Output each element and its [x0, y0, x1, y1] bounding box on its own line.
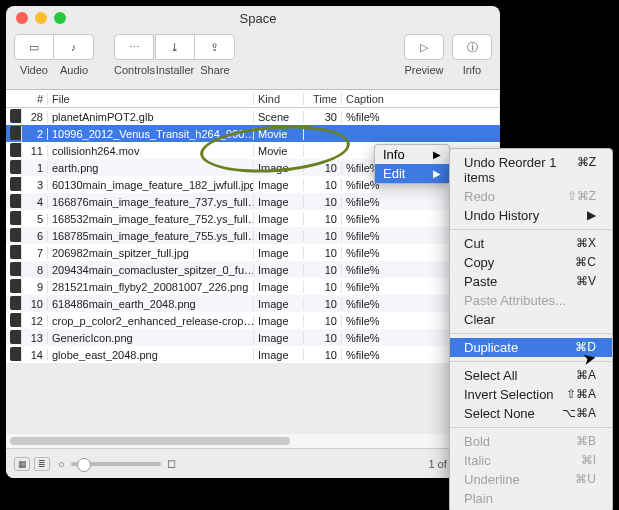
popover-info[interactable]: Info▶: [375, 145, 449, 164]
cell-file: 206982main_spitzer_full.jpg: [48, 247, 254, 259]
menu-label: Select All: [464, 368, 517, 383]
menu-label: Copy: [464, 255, 494, 270]
menu-item[interactable]: Copy⌘C: [450, 253, 612, 272]
cell-time: 10: [304, 315, 342, 327]
cell-time: 10: [304, 332, 342, 344]
cell-time: 30: [304, 111, 342, 123]
cell-file: earth.png: [48, 162, 254, 174]
cell-kind: Movie: [254, 145, 304, 157]
cell-kind: Image: [254, 247, 304, 259]
audio-button[interactable]: ♪Audio: [54, 34, 94, 76]
cell-file: collisionh264.mov: [48, 145, 254, 157]
table-row[interactable]: 6168785main_image_feature_755.ys_full…Im…: [6, 227, 500, 244]
cell-time: 10: [304, 281, 342, 293]
cell-num: 2: [22, 128, 48, 140]
col-num[interactable]: #: [22, 93, 48, 105]
cell-num: 4: [22, 196, 48, 208]
cell-file: 618486main_earth_2048.png: [48, 298, 254, 310]
cell-kind: Image: [254, 349, 304, 361]
table-row[interactable]: 5168532main_image_feature_752.ys_full…Im…: [6, 210, 500, 227]
menu-item[interactable]: Invert Selection⇧⌘A: [450, 385, 612, 404]
col-file[interactable]: File: [48, 93, 254, 105]
menu-item: Redo⇧⌘Z: [450, 187, 612, 206]
col-time[interactable]: Time: [304, 93, 342, 105]
cell-kind: Scene: [254, 111, 304, 123]
cell-time: 10: [304, 213, 342, 225]
thumbnail-icon: [10, 279, 22, 293]
menu-item[interactable]: Undo History▶: [450, 206, 612, 225]
menu-shortcut: ⌘C: [575, 255, 596, 270]
table-row[interactable]: 10618486main_earth_2048.pngImage10%file%: [6, 295, 500, 312]
cell-kind: Movie: [254, 128, 304, 140]
table-row[interactable]: 4166876main_image_feature_737.ys_full…Im…: [6, 193, 500, 210]
table-row[interactable]: 9281521main_flyby2_20081007_226.pngImage…: [6, 278, 500, 295]
cell-time: 10: [304, 230, 342, 242]
table-row[interactable]: 13GenericIcon.pngImage10%file%: [6, 329, 500, 346]
chevron-right-icon: ▶: [433, 168, 441, 179]
slider-min-icon: ○: [58, 458, 65, 470]
menu-shortcut: ⌘Z: [577, 155, 596, 185]
table-row[interactable]: 210996_2012_Venus_Transit_h264_960…Movie: [6, 125, 500, 142]
grid-view-icon[interactable]: ▦: [14, 457, 30, 471]
cell-num: 28: [22, 111, 48, 123]
cell-time: 10: [304, 264, 342, 276]
thumbnail-icon: [10, 160, 22, 174]
cell-kind: Image: [254, 230, 304, 242]
list-view-icon[interactable]: ≣: [34, 457, 50, 471]
cell-file: planetAnimPOT2.glb: [48, 111, 254, 123]
context-popover[interactable]: Info▶ Edit▶: [374, 144, 450, 184]
cell-file: globe_east_2048.png: [48, 349, 254, 361]
slider-max-icon: ◻: [167, 457, 176, 470]
table-row[interactable]: 14globe_east_2048.pngImage10%file%: [6, 346, 500, 363]
footer: ▦ ≣ ○ ◻ 1 of 29 Items: [6, 448, 500, 478]
table-row[interactable]: 8209434main_comacluster_spitzer_0_fu…Ima…: [6, 261, 500, 278]
thumbnail-icon: [10, 262, 22, 276]
table-header[interactable]: # File Kind Time Caption: [6, 90, 500, 108]
table-row[interactable]: 28planetAnimPOT2.glbScene30%file%: [6, 108, 500, 125]
cell-file: crop_p_color2_enhanced_release-crop…: [48, 315, 254, 327]
cell-time: 10: [304, 179, 342, 191]
col-caption[interactable]: Caption: [342, 93, 500, 105]
scrollbar-horizontal[interactable]: [6, 434, 500, 448]
preview-button[interactable]: ▷Preview: [404, 34, 444, 76]
menu-label: Paste Attributes...: [464, 293, 566, 308]
controls-button[interactable]: ⋯Controls: [114, 34, 155, 76]
col-kind[interactable]: Kind: [254, 93, 304, 105]
installer-button[interactable]: ⤓Installer: [155, 34, 195, 76]
cell-kind: Image: [254, 196, 304, 208]
menu-item[interactable]: Paste⌘V: [450, 272, 612, 291]
cell-num: 6: [22, 230, 48, 242]
menu-item[interactable]: Select None⌥⌘A: [450, 404, 612, 423]
chevron-right-icon: ▶: [433, 149, 441, 160]
menu-item[interactable]: Clear: [450, 310, 612, 329]
edit-submenu[interactable]: Undo Reorder 1 items⌘ZRedo⇧⌘ZUndo Histor…: [449, 148, 613, 510]
cell-num: 9: [22, 281, 48, 293]
titlebar[interactable]: Space: [6, 6, 500, 30]
share-button[interactable]: ⇪Share: [195, 34, 235, 76]
menu-item[interactable]: Cut⌘X: [450, 234, 612, 253]
info-button[interactable]: ⓘInfo: [452, 34, 492, 76]
thumbnail-icon: [10, 296, 22, 310]
cell-num: 1: [22, 162, 48, 174]
cell-caption: %file%: [342, 111, 500, 123]
menu-item: Italic⌘I: [450, 451, 612, 470]
popover-edit[interactable]: Edit▶: [375, 164, 449, 183]
table-row[interactable]: 12crop_p_color2_enhanced_release-crop…Im…: [6, 312, 500, 329]
cell-num: 5: [22, 213, 48, 225]
cell-kind: Image: [254, 162, 304, 174]
table-row[interactable]: 7206982main_spitzer_full.jpgImage10%file…: [6, 244, 500, 261]
video-button[interactable]: ▭Video: [14, 34, 54, 76]
cell-kind: Image: [254, 332, 304, 344]
menu-item[interactable]: Select All⌘A: [450, 366, 612, 385]
menu-shortcut: ⌘U: [575, 472, 596, 487]
zoom-slider[interactable]: [71, 462, 161, 466]
cell-num: 7: [22, 247, 48, 259]
cell-time: 10: [304, 196, 342, 208]
menu-label: Cut: [464, 236, 484, 251]
cell-file: 168532main_image_feature_752.ys_full…: [48, 213, 254, 225]
menu-item[interactable]: Undo Reorder 1 items⌘Z: [450, 153, 612, 187]
cell-file: 60130main_image_feature_182_jwfull.jpg: [48, 179, 254, 191]
menu-label: Select None: [464, 406, 535, 421]
app-window: Space ▭Video ♪Audio ⋯Controls ⤓Installer…: [6, 6, 500, 478]
menu-label: Undo History: [464, 208, 539, 223]
